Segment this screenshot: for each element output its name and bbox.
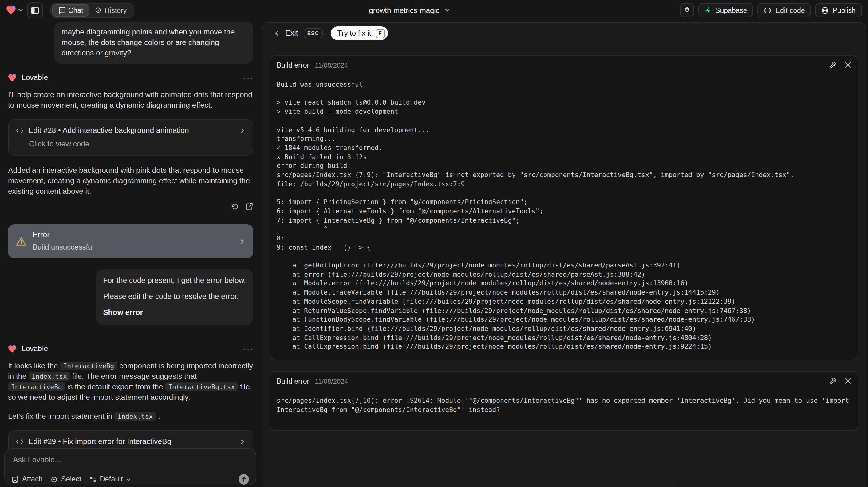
chat-bubble-icon	[58, 7, 65, 13]
edit-code-label: Edit code	[775, 6, 805, 14]
inline-code: InteractiveBg.tsx	[165, 383, 238, 391]
open-external-icon[interactable]	[245, 202, 253, 210]
attach-button[interactable]: Attach	[12, 474, 43, 485]
edit-28-subtitle: Click to view code	[29, 139, 245, 149]
assistant-header: Lovable ···	[8, 344, 253, 354]
lovable-heart-icon	[8, 73, 17, 82]
lovable-logo-menu[interactable]	[6, 5, 23, 15]
message-actions	[8, 202, 253, 211]
chat-input[interactable]	[12, 454, 251, 469]
chevron-left-icon	[274, 30, 280, 36]
edit-code-button[interactable]: Edit code	[758, 3, 811, 17]
show-error-link[interactable]: Show error	[103, 307, 246, 318]
close-icon[interactable]	[845, 377, 851, 384]
build-error-date: 11/08/2024	[315, 377, 348, 385]
sliders-icon	[89, 476, 97, 483]
send-button[interactable]	[239, 474, 249, 485]
try-to-fix-label: Try to fix it	[338, 29, 371, 37]
publish-button[interactable]: Publish	[815, 3, 862, 17]
inline-code: Index.tsx	[114, 412, 156, 421]
build-error-log-text: Build was unsuccessful > vite_react_shad…	[277, 80, 851, 351]
edit-28-card[interactable]: Edit #28 • Add interactive background an…	[8, 119, 253, 156]
supabase-button[interactable]: Supabase	[698, 3, 753, 17]
mode-dropdown[interactable]: Default	[89, 474, 131, 485]
wrench-icon[interactable]	[829, 377, 837, 385]
chat-history-tabs: Chat History	[51, 3, 134, 18]
assistant-name: Lovable	[22, 343, 48, 354]
tab-history-label: History	[105, 6, 127, 14]
close-icon[interactable]	[845, 61, 851, 68]
message-menu-button[interactable]: ···	[243, 72, 253, 83]
error-card-subtitle: Build unsuccessful	[33, 242, 233, 253]
attach-label: Attach	[22, 474, 43, 485]
select-target-icon	[51, 476, 58, 483]
select-button[interactable]: Select	[51, 474, 82, 485]
chevron-right-icon	[240, 128, 245, 133]
build-error-date: 11/08/2024	[315, 61, 348, 68]
chat-sidebar: maybe diagramming points and when you mo…	[0, 20, 261, 487]
build-error-log: src/pages/Index.tsx(7,10): error TS2614:…	[271, 391, 858, 430]
f-key-badge: F	[375, 29, 384, 38]
build-error-title: Build error	[277, 61, 309, 68]
lovable-heart-icon	[6, 5, 16, 15]
build-error-log-text: src/pages/Index.tsx(7,10): error TS2614:…	[277, 396, 851, 414]
build-error-header: Build error 11/08/2024	[271, 56, 858, 74]
code-brackets-icon	[764, 7, 772, 13]
user-message-line: Please edit the code to resolve the erro…	[103, 292, 246, 302]
chevron-right-icon	[240, 439, 245, 445]
edit-28-title: Edit #28 • Add interactive background an…	[28, 125, 235, 136]
build-error-card[interactable]: Error Build unsuccessful	[8, 224, 253, 258]
chat-composer: Attach Select	[4, 448, 256, 485]
build-error-panel-1: Build error 11/08/2024 Build was unsucce…	[270, 55, 858, 360]
build-error-header: Build error 11/08/2024	[271, 372, 858, 391]
chevron-down-icon	[444, 7, 450, 13]
build-error-title: Build error	[277, 377, 309, 385]
user-message-line: For the code present, I get the error be…	[103, 275, 246, 286]
app-window: Chat History growth-metrics-magic	[0, 0, 868, 487]
error-inspector-panel: Exit ESC Try to fix it F Build error 11/…	[262, 22, 866, 487]
exit-button[interactable]: Exit	[285, 29, 298, 37]
user-message-text: maybe diagramming points and when you mo…	[61, 28, 235, 57]
error-card-title: Error	[33, 230, 233, 240]
tab-history[interactable]: History	[89, 5, 132, 16]
sidebar-toggle-button[interactable]	[27, 2, 43, 18]
gear-icon	[683, 6, 691, 14]
inline-code: InteractiveBg	[60, 362, 117, 370]
supabase-label: Supabase	[715, 6, 747, 14]
chevron-down-icon	[126, 477, 131, 482]
message-menu-button[interactable]: ···	[243, 343, 253, 354]
user-message: For the code present, I get the error be…	[96, 269, 253, 325]
assistant-reply: I'll help create an interactive backgrou…	[8, 90, 253, 111]
top-bar: Chat History growth-metrics-magic	[0, 0, 868, 20]
restore-icon[interactable]	[230, 202, 239, 211]
edit-29-title: Edit #29 • Fix import error for Interact…	[28, 436, 235, 447]
panel-footer-strip	[263, 482, 678, 487]
select-label: Select	[61, 474, 82, 485]
globe-icon	[822, 6, 829, 14]
assistant-header: Lovable ···	[8, 72, 253, 82]
inline-code: Index.tsx	[29, 372, 70, 381]
assistant-reply: Added an interactive background with pin…	[8, 165, 253, 197]
supabase-bolt-icon	[704, 6, 712, 14]
chevron-right-icon	[239, 238, 245, 244]
settings-button[interactable]	[680, 3, 694, 17]
warning-triangle-icon	[16, 237, 26, 246]
esc-key-badge: ESC	[304, 28, 323, 38]
lovable-heart-icon	[8, 345, 17, 353]
assistant-name: Lovable	[22, 72, 48, 83]
try-to-fix-button[interactable]: Try to fix it F	[331, 26, 388, 40]
code-brackets-icon	[16, 439, 23, 445]
tab-chat-label: Chat	[68, 6, 83, 14]
tab-chat[interactable]: Chat	[52, 4, 89, 16]
build-error-panel-2: Build error 11/08/2024 src/pages/Index.t…	[270, 371, 858, 431]
code-brackets-icon	[16, 128, 23, 133]
project-switcher[interactable]: growth-metrics-magic	[369, 6, 450, 14]
user-message: maybe diagramming points and when you mo…	[54, 22, 253, 64]
assistant-reply: It looks like the InteractiveBg componen…	[8, 361, 253, 403]
inspector-header: Exit ESC Try to fix it F	[262, 23, 866, 44]
panel-toggle-icon	[31, 6, 39, 14]
mode-label: Default	[100, 474, 123, 485]
chevron-down-icon	[18, 7, 23, 13]
wrench-icon[interactable]	[829, 61, 837, 69]
publish-label: Publish	[833, 6, 856, 14]
